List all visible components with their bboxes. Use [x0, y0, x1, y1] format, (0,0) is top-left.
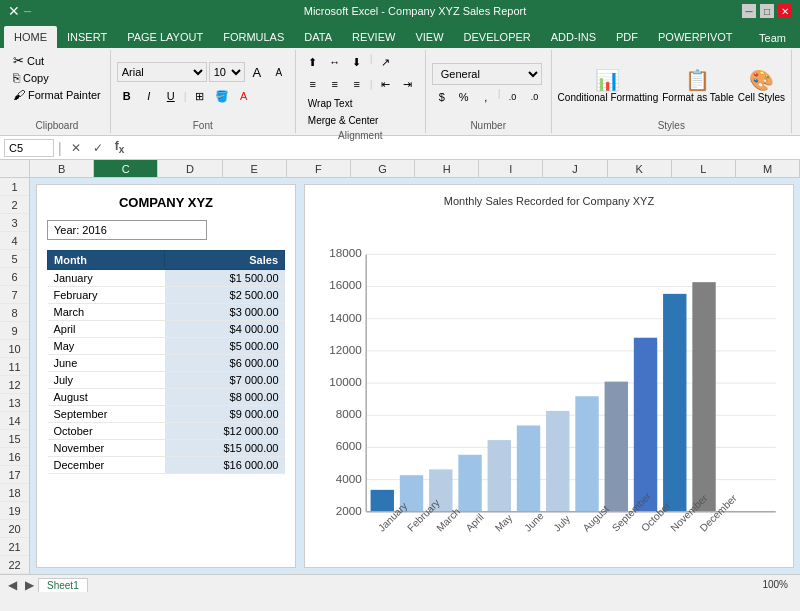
sheet-tab-prev[interactable]: ◀ [4, 578, 21, 592]
col-header-M[interactable]: M [736, 160, 800, 177]
minimize-button[interactable]: ─ [742, 4, 756, 18]
tab-insert[interactable]: INSERT [57, 26, 117, 48]
font-size-select[interactable]: 10 [209, 62, 245, 82]
table-row[interactable]: December$16 000.00 [48, 457, 285, 474]
col-header-K[interactable]: K [608, 160, 672, 177]
col-header-D[interactable]: D [158, 160, 222, 177]
table-row[interactable]: July$7 000.00 [48, 372, 285, 389]
table-row[interactable]: November$15 000.00 [48, 440, 285, 457]
table-row[interactable]: August$8 000.00 [48, 389, 285, 406]
cancel-formula-button[interactable]: ✕ [66, 139, 86, 157]
underline-button[interactable]: U [161, 86, 181, 106]
row-16: 16 [0, 448, 29, 466]
table-row[interactable]: January$1 500.00 [48, 270, 285, 287]
table-row[interactable]: June$6 000.00 [48, 355, 285, 372]
formula-input[interactable] [134, 142, 796, 154]
col-header-F[interactable]: F [287, 160, 351, 177]
align-top-button[interactable]: ⬆ [303, 52, 323, 72]
tab-formulas[interactable]: FORMULAS [213, 26, 294, 48]
tab-page-layout[interactable]: PAGE LAYOUT [117, 26, 213, 48]
ribbon: ✂ Cut ⎘ Copy 🖌 Format Painter Clipboard … [0, 48, 800, 136]
row-20: 20 [0, 520, 29, 538]
bold-button[interactable]: B [117, 86, 137, 106]
font-color-button[interactable]: A [234, 86, 254, 106]
font-name-select[interactable]: Arial [117, 62, 207, 82]
chart-svg-wrapper: 18000 16000 14000 12000 10000 8000 6000 … [315, 215, 783, 557]
percent-button[interactable]: % [454, 87, 474, 107]
table-row[interactable]: April$4 000.00 [48, 321, 285, 338]
format-table-icon: 📋 [685, 68, 710, 92]
increase-decimal-button[interactable]: .0 [503, 87, 523, 107]
year-box[interactable]: Year: 2016 [47, 220, 207, 240]
font-grow-button[interactable]: A [247, 62, 267, 82]
tab-add-ins[interactable]: ADD-INS [541, 26, 606, 48]
format-painter-button[interactable]: 🖌 Format Painter [10, 87, 104, 103]
decrease-indent-button[interactable]: ⇤ [376, 74, 396, 94]
title-bar-controls[interactable]: ─ □ ✕ [742, 4, 792, 18]
merge-center-button[interactable]: Merge & Center [303, 113, 384, 128]
decrease-decimal-button[interactable]: .0 [525, 87, 545, 107]
month-cell: December [48, 457, 165, 474]
sales-cell: $15 000.00 [165, 440, 285, 457]
month-cell: May [48, 338, 165, 355]
bar-january [371, 490, 394, 512]
tab-home[interactable]: HOME [4, 26, 57, 48]
copy-button[interactable]: ⎘ Copy [10, 70, 52, 86]
maximize-button[interactable]: □ [760, 4, 774, 18]
comma-button[interactable]: , [476, 87, 496, 107]
table-row[interactable]: May$5 000.00 [48, 338, 285, 355]
tab-review[interactable]: REVIEW [342, 26, 405, 48]
number-format-select[interactable]: General [432, 63, 542, 85]
svg-text:4000: 4000 [336, 472, 363, 485]
col-header-I[interactable]: I [479, 160, 543, 177]
insert-function-button[interactable]: fx [110, 139, 130, 157]
increase-indent-button[interactable]: ⇥ [398, 74, 418, 94]
conditional-formatting-button[interactable]: 📊 Conditional Formatting [558, 68, 659, 103]
align-right-button[interactable]: ≡ [347, 74, 367, 94]
close-button[interactable]: ✕ [778, 4, 792, 18]
border-button[interactable]: ⊞ [190, 86, 210, 106]
col-header-E[interactable]: E [223, 160, 287, 177]
confirm-formula-button[interactable]: ✓ [88, 139, 108, 157]
sheet-tab-1[interactable]: Sheet1 [38, 578, 88, 592]
cell-styles-button[interactable]: 🎨 Cell Styles [738, 68, 785, 103]
ribbon-group-clipboard: ✂ Cut ⎘ Copy 🖌 Format Painter Clipboard [4, 50, 111, 133]
col-header-H[interactable]: H [415, 160, 479, 177]
table-row[interactable]: March$3 000.00 [48, 304, 285, 321]
align-bottom-button[interactable]: ⬇ [347, 52, 367, 72]
left-data-panel: COMPANY XYZ Year: 2016 Month Sales Janua… [36, 184, 296, 568]
col-header-B[interactable]: B [30, 160, 94, 177]
tab-view[interactable]: VIEW [405, 26, 453, 48]
sheet-tab-next[interactable]: ▶ [21, 578, 38, 592]
number-label: Number [470, 118, 506, 131]
col-header-L[interactable]: L [672, 160, 736, 177]
table-row[interactable]: October$12 000.00 [48, 423, 285, 440]
italic-button[interactable]: I [139, 86, 159, 106]
tab-data[interactable]: DATA [294, 26, 342, 48]
tab-developer[interactable]: DEVELOPER [454, 26, 541, 48]
svg-text:July: July [551, 512, 572, 533]
table-row[interactable]: February$2 500.00 [48, 287, 285, 304]
accounting-format-button[interactable]: $ [432, 87, 452, 107]
col-header-J[interactable]: J [543, 160, 607, 177]
orientation-button[interactable]: ↗ [376, 52, 396, 72]
align-middle-button[interactable]: ↔ [325, 52, 345, 72]
col-header-G[interactable]: G [351, 160, 415, 177]
col-header-C[interactable]: C [94, 160, 158, 177]
align-center-button[interactable]: ≡ [325, 74, 345, 94]
align-left-button[interactable]: ≡ [303, 74, 323, 94]
month-cell: June [48, 355, 165, 372]
sales-cell: $2 500.00 [165, 287, 285, 304]
styles-label: Styles [658, 118, 685, 131]
tab-powerpivot[interactable]: POWERPIVOT [648, 26, 743, 48]
row-8: 8 [0, 304, 29, 322]
cut-button[interactable]: ✂ Cut [10, 52, 47, 69]
format-table-button[interactable]: 📋 Format as Table [662, 68, 734, 103]
font-shrink-button[interactable]: A [269, 62, 289, 82]
tab-pdf[interactable]: PDF [606, 26, 648, 48]
wrap-text-button[interactable]: Wrap Text [303, 96, 358, 111]
fill-color-button[interactable]: 🪣 [212, 86, 232, 106]
table-row[interactable]: September$9 000.00 [48, 406, 285, 423]
cell-reference-input[interactable] [4, 139, 54, 157]
sales-cell: $16 000.00 [165, 457, 285, 474]
